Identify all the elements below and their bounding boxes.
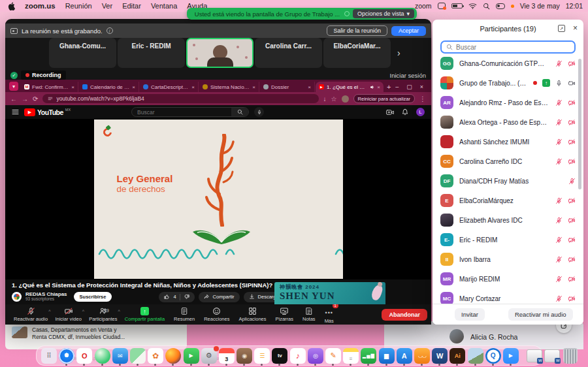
- leave-button[interactable]: Abandonar: [382, 309, 427, 321]
- next-participants-chevron[interactable]: ›: [397, 48, 400, 58]
- save-page-icon[interactable]: ↓: [323, 95, 327, 103]
- menubar-time[interactable]: 12:01: [566, 2, 583, 10]
- participant-row[interactable]: Elizabeth Alvares IDC: [433, 210, 583, 230]
- browser-tab[interactable]: Dossier×: [260, 82, 315, 92]
- trash-dock-icon[interactable]: [563, 348, 578, 364]
- podcasts-dock-icon[interactable]: ◎: [308, 348, 323, 364]
- battery-icon[interactable]: [451, 3, 463, 8]
- share-button[interactable]: Compartir: [199, 292, 240, 302]
- subscribe-button[interactable]: Suscribirse: [74, 292, 112, 302]
- new-tab-button[interactable]: +: [387, 83, 391, 91]
- minimize-window-icon[interactable]: –: [395, 84, 399, 90]
- participant-row[interactable]: MR Marijo REDIM: [433, 269, 583, 289]
- numbers-dock-icon[interactable]: ▂▅▇: [361, 348, 376, 364]
- unmute-my-audio-button[interactable]: Reactivar mi audio: [508, 308, 573, 321]
- youtube-logo[interactable]: ▶ YouTube MX: [24, 108, 71, 116]
- participant-tile[interactable]: Ghana-Comu...: [49, 38, 116, 68]
- photos-dock-icon[interactable]: ✿: [148, 348, 163, 364]
- close-panel-icon[interactable]: ×: [573, 24, 578, 33]
- participants-button[interactable]: 19 Participantes: [84, 304, 122, 325]
- apps-button[interactable]: Aplicaciones: [234, 304, 270, 325]
- app-store-dock-icon[interactable]: A: [397, 348, 412, 364]
- notes-button[interactable]: Notas: [298, 304, 320, 325]
- minimized-window-dock-icon[interactable]: [544, 348, 560, 364]
- sign-in-link[interactable]: Iniciar sesión: [390, 72, 426, 79]
- mail-dock-icon[interactable]: ✉: [112, 348, 128, 364]
- participant-row[interactable]: E- Eric - REDIM: [433, 230, 583, 249]
- url-field[interactable]: youtube.com/watch?v=xp8Pk6ljaB4: [42, 94, 318, 103]
- participants-list[interactable]: GG Ghana-Comunicación GTPM (yo) Grupo de…: [433, 54, 583, 304]
- browser-tab[interactable]: Calendario de Google · m×: [79, 82, 139, 92]
- unmute-audio-button[interactable]: Reactivar audio: [9, 304, 52, 325]
- books-dock-icon[interactable]: ◡◡: [414, 348, 430, 364]
- close-tab-icon[interactable]: ×: [132, 84, 135, 90]
- music-dock-icon[interactable]: ♪: [290, 348, 306, 364]
- browser-tab[interactable]: Sistema Nacional de Pro×: [199, 82, 259, 92]
- opera-dock-icon[interactable]: O: [76, 348, 92, 364]
- minimized-window-dock-icon[interactable]: [527, 348, 542, 364]
- more-button[interactable]: ••• 1 Más: [320, 304, 338, 325]
- close-tab-icon[interactable]: ×: [308, 84, 311, 90]
- leave-meeting-button[interactable]: Salir de la reunión: [327, 25, 387, 36]
- back-icon[interactable]: ←: [10, 95, 17, 103]
- bookmark-star-icon[interactable]: ☆: [331, 95, 337, 103]
- browser-tab[interactable]: M Fwd: Confirmación de Vi×: [21, 82, 78, 92]
- menubar-date[interactable]: Vie 3 de may: [520, 2, 560, 10]
- start-video-button[interactable]: Iniciar vídeo: [50, 304, 86, 325]
- keynote-dock-icon[interactable]: ▆: [379, 348, 395, 364]
- notifications-bell-icon[interactable]: [402, 108, 408, 116]
- participant-row[interactable]: DF Diana/CDH Fray Matías: [433, 171, 583, 191]
- apple-tv-dock-icon[interactable]: tv: [272, 348, 287, 364]
- channel-avatar[interactable]: [12, 292, 22, 302]
- maximize-window-icon[interactable]: ▢: [406, 84, 412, 90]
- reactions-button[interactable]: Reacciones: [199, 304, 234, 325]
- scrollbar-thumb[interactable]: [578, 59, 581, 189]
- browser-tab[interactable]: CartaDescriptiva.Charla d×: [140, 82, 199, 92]
- like-dislike-pill[interactable]: 4: [159, 292, 194, 302]
- invite-button[interactable]: Invitar: [455, 308, 485, 321]
- menu-ventana[interactable]: Ventana: [151, 2, 177, 10]
- menubar-app-name[interactable]: zoom.us: [25, 2, 56, 10]
- firefox-dock-icon[interactable]: [165, 348, 181, 364]
- youtube-search-input[interactable]: [132, 109, 231, 116]
- reminders-dock-icon[interactable]: ☰: [254, 348, 270, 364]
- view-options-button[interactable]: Opciones de vista ▾: [353, 9, 414, 18]
- participant-row-host[interactable]: Grupo de Trabajo... (Anfitrión) ↑: [433, 73, 583, 93]
- hamburger-menu-icon[interactable]: [12, 109, 19, 115]
- pop-out-icon[interactable]: ↗: [558, 25, 565, 32]
- safari-dock-icon[interactable]: [59, 348, 74, 364]
- shen-yun-ad[interactable]: 神韻晚會 2024 SHEN YUN: [274, 282, 385, 304]
- system-settings-dock-icon[interactable]: ⚙: [201, 348, 217, 364]
- illustrator-dock-icon[interactable]: Ai: [449, 348, 465, 364]
- participants-search-box[interactable]: [440, 40, 576, 54]
- close-tab-icon[interactable]: ×: [377, 84, 380, 90]
- forward-icon[interactable]: →: [22, 95, 28, 103]
- menu-ver[interactable]: Ver: [102, 2, 113, 10]
- participant-tile[interactable]: Carolina Carr...: [255, 38, 322, 68]
- contacts-dock-icon[interactable]: ◉: [237, 348, 252, 364]
- video-player[interactable]: Ley General de derechos: [5, 119, 431, 279]
- youtube-search-box[interactable]: [131, 107, 249, 117]
- whiteboards-button[interactable]: Pizarras: [271, 304, 299, 325]
- participant-row[interactable]: Ashanti Sánchez IMUMI: [433, 132, 583, 152]
- security-shield-icon[interactable]: ✓: [10, 72, 18, 79]
- menubar-zoom-label[interactable]: zoom: [415, 2, 432, 10]
- green-ball-app-dock-icon[interactable]: [95, 348, 110, 364]
- create-video-icon[interactable]: [386, 109, 394, 116]
- close-tab-icon[interactable]: ×: [252, 84, 255, 90]
- control-center-icon[interactable]: [496, 3, 505, 9]
- active-speaker-video-tile[interactable]: [186, 38, 253, 68]
- notes-dock-icon[interactable]: ≡: [343, 348, 359, 364]
- launchpad-dock-icon[interactable]: ⠿: [41, 348, 57, 364]
- close-window-icon[interactable]: ×: [420, 84, 423, 90]
- pencil-app-dock-icon[interactable]: ✎: [325, 348, 341, 364]
- close-tab-icon[interactable]: ×: [71, 84, 74, 90]
- participants-search-input[interactable]: [456, 44, 570, 51]
- youtube-profile-avatar[interactable]: L: [416, 108, 425, 116]
- info-icon[interactable]: i: [106, 27, 113, 34]
- accept-button[interactable]: Aceptar: [391, 26, 426, 36]
- tab-audio-icon[interactable]: [370, 85, 374, 89]
- spotlight-search-icon[interactable]: [483, 3, 490, 10]
- apple-logo-icon[interactable]: [8, 2, 15, 10]
- screen-recording-icon[interactable]: [438, 3, 446, 9]
